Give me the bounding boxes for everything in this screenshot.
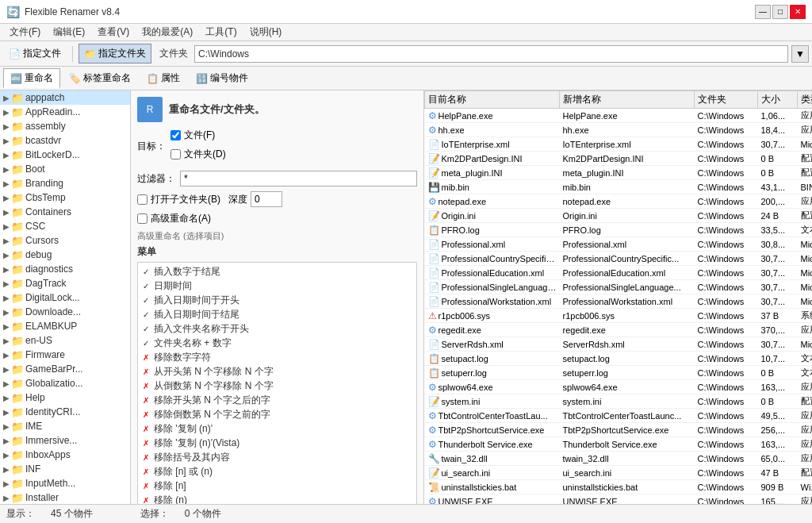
table-row[interactable]: ⚙notepad.exenotepad.exeC:\Windows200,...… [425, 194, 813, 209]
tree-item[interactable]: ▶📁DigitalLock... [0, 290, 130, 305]
table-row[interactable]: 💾mib.binmib.binC:\Windows43,1...BIN...20… [425, 180, 813, 194]
menu-list-item[interactable]: ✗移除开头第 N 个字之后的字 [140, 393, 415, 407]
table-header-cell[interactable]: 大小 [758, 91, 798, 109]
table-row[interactable]: ⚙TbtP2pShortcutService.exeTbtP2pShortcut… [425, 423, 813, 437]
tree-item[interactable]: ▶📁Immersive... [0, 433, 130, 448]
adv-checkbox[interactable] [137, 213, 147, 224]
table-row[interactable]: 📄Professional.xmlProfessional.xmlC:\Wind… [425, 237, 813, 252]
folder-checkbox[interactable] [170, 149, 181, 160]
menu-list-item[interactable]: ✗移除 '复制 (n)'(Vista) [140, 436, 415, 450]
menu-list[interactable]: ✓插入数字于结尾✓日期时间✓插入日期时间于开头✓插入日期时间于结尾✓插入文件夹名… [137, 262, 417, 504]
table-row[interactable]: ⚠r1pcb006.sysr1pcb006.sysC:\Windows37 B系… [425, 309, 813, 323]
menu-tools[interactable]: 工具(T) [199, 24, 243, 40]
table-header-cell[interactable]: 文件夹 [695, 91, 758, 109]
menu-list-item[interactable]: ✗移除倒数第 N 个字之前的字 [140, 407, 415, 421]
maximize-button[interactable]: □ [772, 5, 788, 19]
tree-item[interactable]: ▶📁Branding [0, 176, 130, 190]
tag-rename-tab[interactable]: 🏷️ 标签重命名 [62, 68, 138, 88]
menu-list-item[interactable]: ✓插入文件夹名称于开头 [140, 321, 415, 336]
menu-view[interactable]: 查看(V) [91, 24, 136, 40]
menu-list-item[interactable]: ✓插入日期时间于结尾 [140, 307, 415, 321]
table-row[interactable]: ⚙Thunderbolt Service.exeThunderbolt Serv… [425, 437, 813, 452]
close-button[interactable]: ✕ [790, 5, 806, 19]
menu-list-item[interactable]: ✓文件夹名称 + 数字 [140, 336, 415, 350]
menu-list-item[interactable]: ✗移除 [n] [140, 479, 415, 493]
tree-item[interactable]: ▶📁bcastdvr [0, 133, 130, 148]
table-row[interactable]: 📄ProfessionalEducation.xmlProfessionalEd… [425, 266, 813, 280]
tree-item[interactable]: ▶📁CbsTemp [0, 190, 130, 205]
table-row[interactable]: ⚙regedit.exeregedit.exeC:\Windows370,...… [425, 323, 813, 337]
table-row[interactable]: 📝ui_search.iniui_search.iniC:\Windows47 … [425, 466, 813, 480]
table-header-cell[interactable]: 新增名称 [560, 91, 695, 109]
menu-list-item[interactable]: ✗从开头第 N 个字移除 N 个字 [140, 364, 415, 379]
specify-file-button[interactable]: 📄 指定文件 [3, 44, 67, 63]
encode-tab[interactable]: 🔢 编号物件 [189, 68, 255, 88]
open-sub-checkbox[interactable] [137, 194, 147, 205]
minimize-button[interactable]: — [755, 5, 771, 19]
tree-item[interactable]: ▶📁InputMeth... [0, 476, 130, 490]
tree-item[interactable]: ▶📁assembly [0, 119, 130, 133]
tree-item[interactable]: ▶📁Installer [0, 490, 130, 504]
tree-item[interactable]: ▶📁Containers [0, 205, 130, 219]
table-row[interactable]: 📄ServerRdsh.xmlServerRdsh.xmlC:\Windows3… [425, 337, 813, 352]
tree-item[interactable]: ▶📁BitLockerD... [0, 148, 130, 162]
table-row[interactable]: ⚙UNWISE.EXEUNWISE.EXEC:\Windows165,...应用… [425, 494, 813, 505]
tree-item[interactable]: ▶📁IdentityCRI... [0, 405, 130, 419]
filter-input[interactable] [180, 171, 417, 187]
table-row[interactable]: 📄ProfessionalCountrySpecific....Professi… [425, 252, 813, 266]
menu-list-item[interactable]: ✗移除数字字符 [140, 350, 415, 364]
menu-list-item[interactable]: ✓插入数字于结尾 [140, 264, 415, 279]
tree-item[interactable]: ▶📁Globalizatio... [0, 376, 130, 390]
table-row[interactable]: 📜uninstallstickies.batuninstallstickies.… [425, 480, 813, 494]
menu-list-item[interactable]: ✓日期时间 [140, 279, 415, 293]
table-row[interactable]: ⚙splwow64.exesplwow64.exeC:\Windows163,.… [425, 380, 813, 394]
menu-favorites[interactable]: 我的最爱(A) [136, 24, 199, 40]
menu-file[interactable]: 文件(F) [3, 24, 47, 40]
menu-list-item[interactable]: ✗移除 '复制 (n)' [140, 421, 415, 436]
tree-item[interactable]: ▶📁en-US [0, 333, 130, 348]
file-checkbox[interactable] [170, 130, 181, 140]
table-row[interactable]: ⚙TbtControlCenterToastLau...TbtControlCe… [425, 409, 813, 423]
tree-item[interactable]: ▶📁Boot [0, 162, 130, 176]
tree-item[interactable]: ▶📁apppatch [0, 90, 130, 105]
table-header-cell[interactable]: 目前名称 [425, 91, 560, 109]
tree-item[interactable]: ▶📁INF [0, 462, 130, 476]
tree-item[interactable]: ▶📁AppReadin... [0, 105, 130, 119]
table-row[interactable]: 📄ProfessionalSingleLanguage....Professio… [425, 280, 813, 294]
tree-item[interactable]: ▶📁Downloade... [0, 305, 130, 319]
tree-item[interactable]: ▶📁diagnostics [0, 262, 130, 276]
menu-list-item[interactable]: ✗移除括号及其内容 [140, 450, 415, 464]
table-row[interactable]: 📋PFRO.logPFRO.logC:\Windows33,5...文本...2… [425, 223, 813, 237]
table-row[interactable]: ⚙HelpPane.exeHelpPane.exeC:\Windows1,06.… [425, 109, 813, 123]
tree-item[interactable]: ▶📁GameBarPr... [0, 362, 130, 376]
menu-edit[interactable]: 编辑(E) [47, 24, 91, 40]
specify-folder-button[interactable]: 📁 指定文件夹 [79, 44, 151, 63]
menu-list-item[interactable]: ✗移除 (n) [140, 493, 415, 504]
menu-list-item[interactable]: ✓插入日期时间于开头 [140, 293, 415, 307]
table-row[interactable]: 📄ProfessionalWorkstation.xmlProfessional… [425, 294, 813, 309]
menu-list-item[interactable]: ✗移除 [n] 或 (n) [140, 464, 415, 479]
table-row[interactable]: 📝Km2DPartDesign.INIKm2DPartDesign.INIC:\… [425, 152, 813, 166]
path-dropdown-button[interactable]: ▼ [791, 45, 809, 63]
tree-item[interactable]: ▶📁debug [0, 248, 130, 262]
table-row[interactable]: 📝meta_plugin.INImeta_plugin.INIC:\Window… [425, 166, 813, 180]
menu-list-item[interactable]: ✗从倒数第 N 个字移除 N 个字 [140, 379, 415, 393]
rename-tab[interactable]: 🔤 重命名 [3, 68, 60, 88]
tree-item[interactable]: ▶📁DagTrack [0, 276, 130, 290]
tree-item[interactable]: ▶📁ELAMBKUP [0, 319, 130, 333]
tree-item[interactable]: ▶📁Cursors [0, 233, 130, 248]
tree-item[interactable]: ▶📁CSC [0, 219, 130, 233]
tree-item[interactable]: ▶📁Firmware [0, 348, 130, 362]
table-row[interactable]: 📝Origin.iniOrigin.iniC:\Windows24 B配置...… [425, 209, 813, 223]
attribute-tab[interactable]: 📋 属性 [140, 68, 187, 88]
table-header-cell[interactable]: 类型 [798, 91, 813, 109]
tree-item[interactable]: ▶📁Help [0, 390, 130, 405]
tree-item[interactable]: ▶📁InboxApps [0, 448, 130, 462]
depth-input[interactable] [251, 191, 282, 207]
tree-item[interactable]: ▶📁IME [0, 419, 130, 433]
table-row[interactable]: 📋setuperr.logsetuperr.logC:\Windows0 B文本… [425, 366, 813, 380]
table-row[interactable]: 🔧twain_32.dlltwain_32.dllC:\Windows65,0.… [425, 452, 813, 466]
table-row[interactable]: ⚙hh.exehh.exeC:\Windows18,4...应用...201..… [425, 123, 813, 137]
table-row[interactable]: 📋setupact.logsetupact.logC:\Windows10,7.… [425, 352, 813, 366]
table-row[interactable]: 📄IoTEnterprise.xmlIoTEnterprise.xmlC:\Wi… [425, 137, 813, 152]
